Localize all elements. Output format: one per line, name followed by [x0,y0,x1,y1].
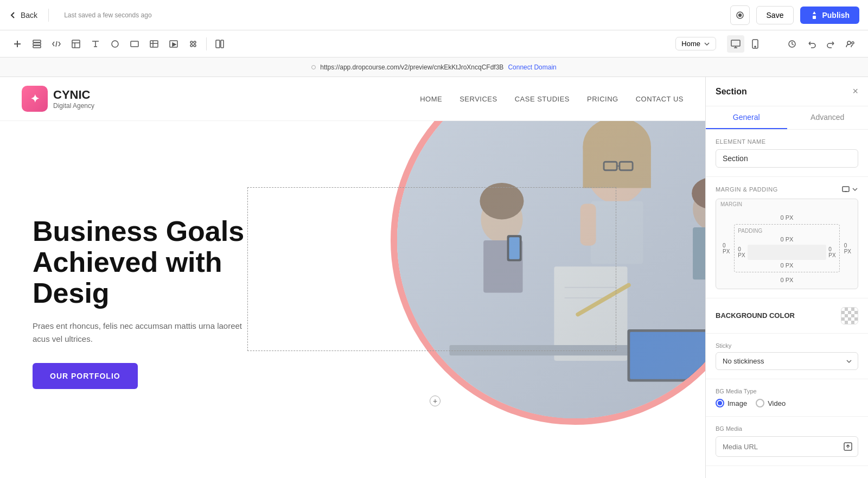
preview-button[interactable] [730,5,750,25]
toolbar-divider [206,37,207,50]
nav-home[interactable]: HOME [420,95,442,103]
margin-padding-section: Margin & Padding MARGIN 0 PX 0PX PADDING [706,177,868,298]
redo-icon[interactable] [822,35,840,53]
tab-advanced[interactable]: Advanced [787,106,869,129]
plus-handle[interactable]: + [430,396,441,406]
image-radio-option[interactable]: Image [716,399,747,407]
layout-icon[interactable] [211,35,228,53]
bg-media-upload-button[interactable] [838,437,858,456]
logo-icon: ✦ [22,86,48,112]
svg-rect-3 [33,40,41,42]
table-icon[interactable] [145,35,163,53]
mobile-view-button[interactable] [746,35,764,53]
svg-rect-16 [216,40,220,48]
media-icon[interactable] [165,35,182,53]
logo-text-wrap: CYNIC Digital Agency [53,88,94,110]
svg-point-23 [852,42,854,44]
svg-point-15 [194,44,196,47]
text-icon[interactable] [87,35,104,53]
svg-point-7 [112,41,118,47]
sticky-label: Sticky [716,342,858,349]
toolbar-right [783,35,859,53]
image-label: Image [727,399,747,407]
svg-point-22 [847,41,851,44]
divider [48,9,49,22]
device-switcher [727,35,764,53]
main-layout: ✦ CYNIC Digital Agency HOME SERVICES CAS… [0,77,868,478]
svg-point-13 [194,41,196,43]
tab-general[interactable]: General [706,106,787,129]
site-logo: ✦ CYNIC Digital Agency [22,86,94,112]
svg-point-12 [190,41,193,43]
svg-rect-4 [33,43,41,45]
page-selector[interactable]: Home [675,37,716,50]
site-nav: ✦ CYNIC Digital Agency HOME SERVICES CAS… [0,77,705,121]
mp-device-toggle[interactable] [842,186,858,193]
canvas: ✦ CYNIC Digital Agency HOME SERVICES CAS… [0,77,705,478]
bg-color-swatch[interactable] [841,307,858,324]
bg-media-input[interactable] [716,438,838,455]
url-dot-icon [311,65,316,69]
padding-left-value: 0PX [738,246,745,258]
nav-pricing[interactable]: PRICING [587,95,618,103]
sticky-select[interactable]: No stickiness [716,352,858,370]
logo-letter: ✦ [30,92,40,105]
bg-media-type-row: Image Video [716,399,858,407]
saved-text: Last saved a few seconds ago [64,11,151,19]
shape-icon[interactable] [106,35,124,53]
back-button[interactable]: Back [9,11,37,20]
nav-contact[interactable]: CONTACT US [636,95,684,103]
sticky-section: Sticky No stickiness [706,334,868,379]
hero-section: Business Goals Achieved with Desig Praes… [0,121,705,478]
container-icon[interactable] [126,35,143,53]
nav-case-studies[interactable]: CASE STUDIES [515,95,570,103]
template-icon[interactable] [67,35,85,53]
desktop-view-button[interactable] [727,35,744,53]
back-label: Back [21,11,37,20]
collaborate-icon[interactable] [842,35,859,53]
margin-label: MARGIN [720,201,742,207]
element-name-input[interactable] [716,149,858,168]
save-button[interactable]: Save [756,6,794,24]
panel-close-button[interactable]: × [852,86,858,97]
svg-marker-11 [173,43,176,46]
portfolio-button[interactable]: OUR PORTFOLIO [33,363,138,389]
bg-media-type-label: BG Media Type [716,388,858,394]
toolbar: Home [0,30,868,58]
bg-color-label: BACKGROUND COLOR [716,311,795,321]
svg-point-14 [190,44,193,47]
url-text: https://app.dropcourse.com/v2/preview/cn… [320,63,503,71]
panel-tabs: General Advanced [706,106,868,130]
bg-color-section: BACKGROUND COLOR [706,298,868,334]
panel-header: Section × [706,77,868,106]
svg-rect-9 [150,41,158,47]
svg-rect-5 [33,46,41,48]
padding-center [748,245,827,260]
hero-content: Business Goals Achieved with Desig Praes… [0,194,282,411]
layers-icon[interactable] [28,35,46,53]
image-radio-circle [716,399,724,407]
mp-middle-row: 0PX PADDING 0 PX 0PX 0PX 0 PX 0PX [720,224,853,272]
bg-color-row: BACKGROUND COLOR [716,307,858,324]
add-element-icon[interactable] [9,35,26,53]
video-label: Video [768,399,786,407]
publish-label: Publish [822,11,850,20]
page-name: Home [681,40,700,48]
padding-box: PADDING 0 PX 0PX 0PX 0 PX [734,224,839,272]
connect-domain-link[interactable]: Connect Domain [508,63,556,71]
padding-bottom-value: 0 PX [738,262,835,269]
svg-rect-49 [843,187,849,192]
publish-button[interactable]: Publish [800,7,859,24]
undo-icon[interactable] [803,35,820,53]
code-icon[interactable] [48,35,65,53]
svg-rect-2 [813,16,816,19]
site-nav-links: HOME SERVICES CASE STUDIES PRICING CONTA… [420,95,684,103]
video-radio-option[interactable]: Video [756,399,786,407]
apps-icon[interactable] [184,35,202,53]
top-bar: Back Last saved a few seconds ago Save P… [0,0,868,30]
bg-media-section: BG Media [706,417,868,466]
panel-title: Section [716,87,747,97]
nav-services[interactable]: SERVICES [459,95,497,103]
history-icon[interactable] [783,35,801,53]
bg-media-type-section: BG Media Type Image Video [706,379,868,417]
